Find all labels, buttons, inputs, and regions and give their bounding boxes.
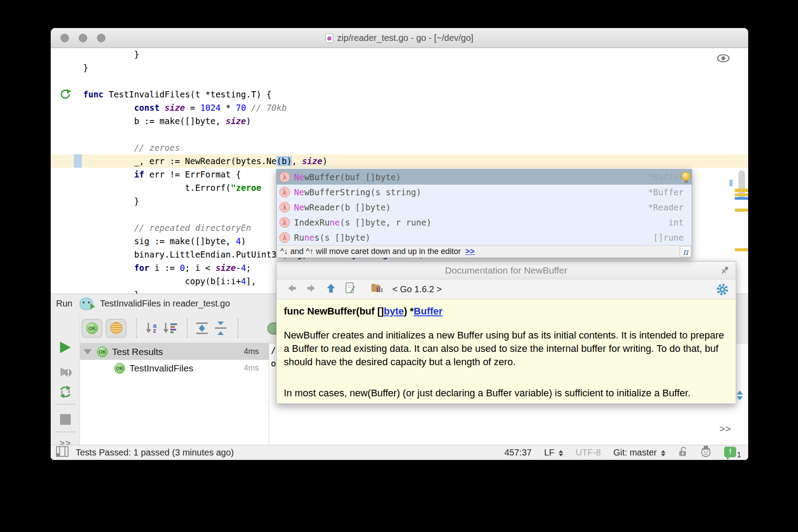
intention-bulb-icon[interactable] <box>681 172 690 181</box>
sort-by-duration-icon[interactable] <box>162 318 178 338</box>
code-line[interactable]: _, err := NewReader(bytes.Ne(b), size) <box>83 154 748 168</box>
back-icon[interactable] <box>286 283 297 295</box>
gear-icon[interactable] <box>716 283 729 298</box>
toolbar-separator <box>238 318 238 338</box>
tree-expand-icon[interactable] <box>84 349 92 355</box>
titlebar[interactable]: zip/reader_test.go - go - [~/dev/go] <box>51 28 748 48</box>
status-bar: Tests Passed: 1 passed (3 minutes ago) 4… <box>51 445 748 460</box>
toolbar-separator <box>136 318 137 338</box>
go-file-icon <box>326 33 333 43</box>
file-encoding[interactable]: UTF-8 <box>576 447 601 458</box>
stripe-mark-yellow[interactable] <box>735 193 748 196</box>
stripe-mark-yellow[interactable] <box>735 209 748 212</box>
stripe-mark-blue[interactable] <box>735 197 748 200</box>
collapse-all-icon[interactable] <box>213 318 229 338</box>
console-more-chevron[interactable]: >> <box>719 423 731 434</box>
minimize-button[interactable] <box>79 34 87 42</box>
test-tree-row[interactable]: OKTest Results4ms <box>80 343 269 360</box>
stripe-mark-yellow[interactable] <box>735 189 748 192</box>
doc-popup-header[interactable]: Documentation for NewBuffer <box>277 262 736 279</box>
show-passed-toggle[interactable]: OK <box>82 319 102 338</box>
line-ending-selector[interactable]: LF <box>544 447 563 458</box>
stripe-mark-yellow[interactable] <box>735 248 748 251</box>
forward-icon[interactable] <box>306 283 317 295</box>
doc-link-byte[interactable]: byte <box>384 306 404 317</box>
completion-item[interactable]: λIndexRune(s []byte, r rune)int <box>277 215 692 230</box>
notification-bubble-icon: ! <box>724 447 736 457</box>
documentation-popup: Documentation for NewBuffer <box>276 261 736 404</box>
history-icon[interactable] <box>371 283 383 295</box>
up-icon[interactable] <box>326 283 336 295</box>
caret-position[interactable]: 457:37 <box>504 447 532 458</box>
notifications-widget[interactable]: ! 1 <box>724 447 741 459</box>
traffic-lights <box>60 34 105 42</box>
popup-resize-grip[interactable] <box>737 391 743 402</box>
code-line[interactable] <box>83 128 748 141</box>
run-left-toolbar: >> <box>51 313 80 445</box>
completion-popup: λNewBuffer(buf []byte)*BufferλNewBufferS… <box>276 169 692 258</box>
code-line[interactable]: } <box>83 61 748 74</box>
lambda-function-icon: λ <box>279 217 290 228</box>
close-button[interactable] <box>60 34 69 42</box>
code-line[interactable]: // zeroes <box>83 141 748 154</box>
caret-line-gutter-marker <box>74 154 82 168</box>
completion-hint-footer: ^↓ and ^↑ will move caret down and up in… <box>277 245 692 258</box>
pi-symbol-button[interactable]: π <box>680 246 691 257</box>
updown-arrows-icon <box>661 450 665 456</box>
hector-inspector-icon[interactable] <box>700 445 712 460</box>
completion-item-type: *Reader <box>648 202 689 212</box>
doc-description: NewBuffer creates and initializes a new … <box>284 329 729 369</box>
ok-badge-icon: OK <box>86 322 98 334</box>
stop-icon[interactable] <box>60 414 71 427</box>
run-tab-label[interactable]: Run <box>56 298 73 309</box>
rerun-test-icon[interactable] <box>59 385 72 400</box>
completion-item-type: []rune <box>653 233 689 242</box>
zoom-button[interactable] <box>97 34 105 42</box>
code-line[interactable] <box>83 74 748 88</box>
test-name: Test Results <box>112 347 163 357</box>
expand-all-icon[interactable] <box>194 318 210 338</box>
unlock-icon[interactable] <box>678 446 688 459</box>
edit-source-icon[interactable] <box>345 282 356 296</box>
rerun-failed-tests-icon[interactable] <box>59 366 72 380</box>
lambda-function-icon: λ <box>279 187 290 197</box>
completion-hint-text: ^↓ and ^↑ will move caret down and up in… <box>280 247 461 256</box>
code-line[interactable]: } <box>83 48 748 61</box>
completion-item[interactable]: λNewBuffer(buf []byte)*Buffer <box>277 169 692 185</box>
test-passed-badge: OK <box>97 347 108 357</box>
doc-signature: func NewBuffer(buf []byte) *Buffer <box>284 305 729 318</box>
completion-item[interactable]: λNewReader(b []byte)*Reader <box>277 200 692 215</box>
desktop-background: zip/reader_test.go - go - [~/dev/go] }}f… <box>0 0 798 532</box>
notification-count: 1 <box>737 451 741 459</box>
completion-item-type: *Buffer <box>648 187 689 197</box>
sort-alphabetically-icon[interactable]: az <box>143 318 159 338</box>
test-duration: 4ms <box>244 363 259 373</box>
doc-version-selector[interactable]: < Go 1.6.2 > <box>392 284 442 294</box>
toolbar-separator <box>187 318 188 338</box>
git-branch-selector[interactable]: Git: master <box>613 447 665 458</box>
stripe-mark-blue-small[interactable] <box>729 180 733 186</box>
code-line[interactable]: const size = 1024 * 70 // 70kb <box>83 101 748 114</box>
window-title: zip/reader_test.go - go - [~/dev/go] <box>337 33 473 43</box>
rerun-play-icon[interactable] <box>59 341 72 356</box>
pin-icon[interactable] <box>720 266 729 278</box>
doc-popup-content[interactable]: func NewBuffer(buf []byte) *Buffer NewBu… <box>277 299 736 403</box>
completion-item[interactable]: λRunes(s []byte)[]rune <box>277 230 692 245</box>
test-passed-badge: OK <box>114 363 125 374</box>
code-line[interactable]: b := make([]byte, size) <box>83 114 748 128</box>
show-ignored-toggle[interactable] <box>106 319 126 338</box>
toolwindow-toggle-icon[interactable] <box>56 446 69 459</box>
completion-item[interactable]: λNewBufferString(s string)*Buffer <box>277 185 692 200</box>
run-test-gutter-icon[interactable] <box>60 89 71 100</box>
inspections-eye-icon[interactable] <box>716 53 730 65</box>
code-line[interactable]: func TestInvalidFiles(t *testing.T) { <box>83 88 748 101</box>
toolbar-separator <box>56 404 75 405</box>
doc-popup-title: Documentation for NewBuffer <box>445 265 567 276</box>
completion-hint-link[interactable]: >> <box>465 247 475 256</box>
updown-arrows-icon <box>559 450 563 456</box>
ignored-tests-icon <box>110 322 122 334</box>
doc-link-buffer[interactable]: Buffer <box>414 306 443 317</box>
test-tree[interactable]: OKTest Results4msOKTestInvalidFiles4ms <box>80 343 269 445</box>
test-tree-row[interactable]: OKTestInvalidFiles4ms <box>80 360 269 376</box>
status-message[interactable]: Tests Passed: 1 passed (3 minutes ago) <box>76 447 234 458</box>
